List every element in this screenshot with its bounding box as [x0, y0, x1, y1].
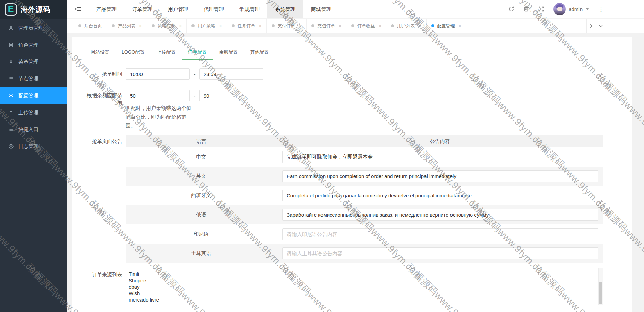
header-actions: admin ⋮: [508, 3, 644, 15]
list-item[interactable]: ......: [129, 268, 603, 271]
nav-item-products[interactable]: 产品管理: [88, 0, 124, 18]
collapse-menu-icon[interactable]: [75, 6, 81, 12]
tab-pay-orders[interactable]: 支付订单 ×: [267, 19, 307, 33]
announcement-input-id[interactable]: [282, 228, 598, 240]
sidebar-item-nodes[interactable]: 节点管理: [0, 70, 67, 87]
trash-icon[interactable]: [523, 6, 529, 12]
balance-match-controls: - 匹配时，用户余额乘这两个值的百分比，即为匹配价格范围。: [126, 90, 263, 130]
nav-item-mall[interactable]: 商城管理: [303, 0, 339, 18]
table-row: 西班牙文: [126, 186, 603, 205]
list-icon: [8, 76, 14, 81]
tab-dot-icon: [391, 24, 394, 27]
balance-match-to-input[interactable]: [199, 90, 263, 101]
announcement-input-ru[interactable]: [282, 209, 598, 221]
sidebar-item-roles[interactable]: 角色管理: [0, 37, 67, 53]
user-menu[interactable]: admin: [553, 3, 589, 15]
scrollbar-thumb[interactable]: [599, 282, 602, 304]
list-item[interactable]: Timli: [129, 271, 603, 277]
tab-balance-config[interactable]: 余额配置: [213, 49, 244, 60]
sidebar: E 海外源码 管理员管理 角色管理 菜单管理 节点管理 配置管理 上传管理: [0, 0, 67, 312]
announcement-language: 中文: [126, 147, 277, 167]
table-row: 印尼语: [126, 224, 603, 244]
close-icon[interactable]: ×: [259, 23, 262, 29]
balance-match-hint: 匹配时，用户余额乘这两个值的百分比，即为匹配价格范围。: [126, 104, 195, 130]
tab-order-earnings[interactable]: 订单收益 ×: [346, 19, 386, 33]
tab-label: 配置管理: [437, 23, 455, 29]
list-item[interactable]: ebay: [129, 284, 603, 290]
sidebar-item-shortcuts[interactable]: 快捷入口: [0, 121, 67, 138]
balance-match-row: 根据余额匹配范围 - 匹配时，用户余额乘这两个值的百分比，即为匹配价格范围。: [86, 90, 632, 130]
tab-user-strategy[interactable]: 用户策略 ×: [187, 19, 227, 33]
tab-strategy-custom[interactable]: 策略定制 ×: [147, 19, 187, 33]
tab-site-settings[interactable]: 网站设置: [84, 49, 115, 60]
tab-dot-icon: [272, 24, 275, 27]
nav-item-orders[interactable]: 订单管理: [124, 0, 160, 18]
tab-logo-config[interactable]: LOGO配置: [115, 49, 151, 60]
table-row: 英文: [126, 167, 603, 186]
grab-time-label: 抢单时间: [86, 68, 122, 80]
order-sources-box[interactable]: ...... Timli Shopee ebay Wish mercado li…: [126, 268, 603, 305]
sidebar-item-menus[interactable]: 菜单管理: [0, 53, 67, 70]
nav-item-general[interactable]: 常规管理: [232, 0, 267, 18]
tab-label: 后台首页: [84, 23, 102, 29]
log-sphere-icon: [8, 144, 14, 149]
chevron-down-icon[interactable]: [596, 19, 605, 33]
table-row: 俄语: [126, 205, 603, 224]
fullscreen-icon[interactable]: [538, 6, 544, 12]
chevron-right-icon[interactable]: [586, 19, 596, 33]
close-icon[interactable]: ×: [179, 23, 182, 29]
kebab-menu-icon[interactable]: ⋮: [598, 5, 604, 13]
tab-user-list[interactable]: 用户列表 ×: [386, 19, 426, 33]
sidebar-item-label: 上传管理: [18, 110, 38, 116]
tab-upload-config[interactable]: 上传配置: [151, 49, 182, 60]
list-item[interactable]: Wish: [129, 290, 603, 296]
tab-config-management[interactable]: 配置管理 ×: [427, 19, 466, 33]
tab-label: 策略定制: [158, 23, 175, 29]
tab-recharge-orders[interactable]: 充值订单 ×: [307, 19, 346, 33]
announcement-input-es[interactable]: [282, 190, 598, 201]
refresh-icon[interactable]: [508, 6, 514, 12]
announcement-input-zh[interactable]: [282, 151, 598, 163]
close-icon[interactable]: ×: [299, 23, 302, 29]
sidebar-item-label: 日志管理: [18, 143, 38, 150]
tab-order-config[interactable]: 订单配置: [182, 49, 213, 60]
list-item[interactable]: Shopee: [129, 277, 603, 284]
balance-match-from-input[interactable]: [126, 90, 190, 101]
tab-label: 任务订单: [238, 23, 255, 29]
tab-label: 产品列表: [118, 23, 135, 29]
scrollbar-track[interactable]: [598, 268, 603, 305]
tab-home[interactable]: 后台首页: [74, 19, 107, 33]
tab-other-config[interactable]: 其他配置: [244, 49, 275, 60]
tab-label: 充值订单: [317, 23, 335, 29]
nav-item-system[interactable]: 系统管理: [267, 0, 303, 18]
announcement-table: 语言 公告内容 中文 英文 西班牙文: [126, 135, 603, 263]
sidebar-item-label: 配置管理: [18, 93, 38, 99]
sidebar-item-upload[interactable]: 上传管理: [0, 104, 67, 121]
tab-product-list[interactable]: 产品列表 ×: [107, 19, 147, 33]
sidebar-item-logs[interactable]: 日志管理: [0, 138, 67, 155]
tab-dot-icon: [351, 24, 354, 27]
tab-label: 用户策略: [198, 23, 215, 29]
close-icon[interactable]: ×: [418, 23, 421, 29]
tab-dot-icon: [232, 24, 235, 27]
sidebar-item-label: 节点管理: [18, 76, 38, 82]
grab-time-to-input[interactable]: [199, 68, 263, 80]
tab-task-orders[interactable]: 任务订单 ×: [227, 19, 267, 33]
close-icon[interactable]: ×: [139, 23, 142, 29]
announcement-language: 西班牙文: [126, 186, 277, 205]
close-icon[interactable]: ×: [339, 23, 341, 29]
table-row: 中文: [126, 147, 603, 167]
nav-item-agents[interactable]: 代理管理: [196, 0, 232, 18]
announcement-input-en[interactable]: [282, 170, 598, 182]
grab-time-from-input[interactable]: [126, 68, 190, 80]
close-icon[interactable]: ×: [459, 23, 461, 29]
close-icon[interactable]: ×: [379, 23, 381, 29]
list-item[interactable]: mercado livre: [129, 296, 603, 303]
grab-time-range: -: [126, 68, 263, 80]
sidebar-item-config[interactable]: 配置管理: [0, 87, 67, 104]
announcement-input-tr[interactable]: [282, 247, 598, 259]
close-icon[interactable]: ×: [219, 23, 222, 29]
order-sources-row: 订单来源列表 ...... Timli Shopee ebay Wish mer…: [86, 268, 632, 305]
sidebar-item-admins[interactable]: 管理员管理: [0, 20, 67, 37]
nav-item-users[interactable]: 用户管理: [160, 0, 196, 18]
